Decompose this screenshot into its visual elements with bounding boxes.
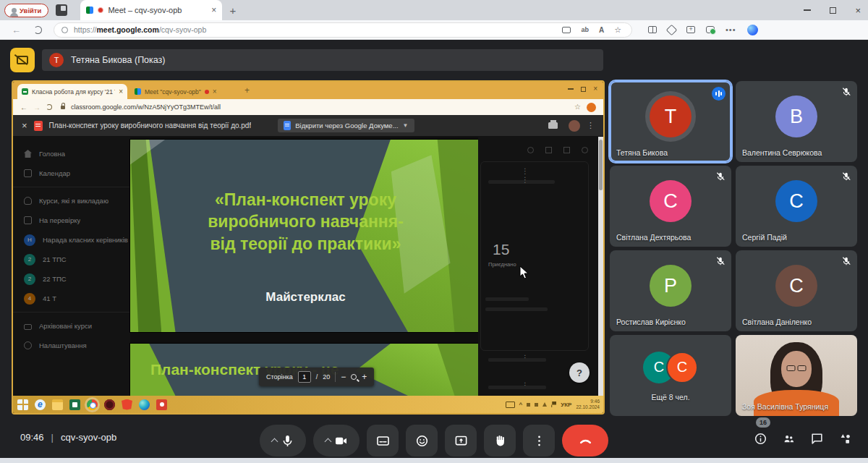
- browser-tabstrip: Увійти Meet – cqv-syov-opb × + ×: [0, 0, 868, 20]
- sidebar-item: Архівовані курси: [13, 316, 130, 336]
- close-icon[interactable]: ×: [855, 6, 861, 15]
- end-call-button[interactable]: [562, 425, 608, 456]
- dropdown-caret-icon: ▼: [403, 122, 409, 129]
- reactions-button[interactable]: [406, 425, 438, 456]
- participant-tile[interactable]: СС Ещё 8 чел.: [610, 335, 731, 416]
- avatar: С: [650, 180, 692, 222]
- participant-tile[interactable]: Р Ростислав Кирієнко: [610, 250, 731, 331]
- favorites-icon[interactable]: [666, 24, 678, 35]
- pdf-file-icon: [34, 121, 43, 131]
- participant-tile[interactable]: В Валентина Севрюкова: [736, 81, 857, 162]
- settings-more-icon[interactable]: •••: [726, 25, 736, 34]
- mic-options-chevron-icon[interactable]: [271, 438, 278, 446]
- sidebar-item-label: Архівовані курси: [39, 322, 92, 330]
- slide-title: «План-конспект уроку виробничого навчанн…: [200, 189, 412, 255]
- participant-tile[interactable]: Зоя Василівна Туряниця: [736, 335, 857, 416]
- tab-close-icon[interactable]: ×: [211, 6, 216, 14]
- browser-tab[interactable]: Meet – cqv-syov-opb ×: [80, 0, 222, 20]
- clock-icon: [527, 147, 534, 153]
- speaker-icon: [535, 403, 538, 407]
- meet-favicon-icon: [86, 7, 93, 14]
- hand-icon: [493, 434, 507, 448]
- back-icon[interactable]: ←: [12, 25, 21, 35]
- magnifier-icon: [351, 374, 357, 380]
- sidebar-item: Курси, які я викладаю: [13, 191, 130, 211]
- minimize-icon[interactable]: [804, 9, 811, 11]
- account-avatar: [569, 120, 580, 132]
- shared-tab-meet: Meet "cqv-syov-opb" ×: [130, 84, 239, 99]
- participant-tile[interactable]: С Світлана Дехтярьова: [610, 166, 731, 247]
- shared-new-tab-icon: +: [244, 85, 250, 95]
- sidebar-item: На перевірку: [13, 211, 130, 230]
- signin-button[interactable]: Увійти: [4, 4, 48, 17]
- sidebar-item-label: На перевірку: [39, 216, 80, 224]
- shared-screen-tile[interactable]: Класна робота для курсу '21 Т × Meet "cq…: [12, 80, 605, 415]
- mic-off-icon: [841, 256, 851, 266]
- faint-text-line: [488, 386, 546, 389]
- shared-tab-close-icon: ×: [119, 88, 123, 95]
- tab-actions-icon[interactable]: [56, 4, 67, 16]
- avatar: С: [775, 180, 817, 222]
- presenter-banner[interactable]: Т Тетяна Бикова (Показ): [42, 49, 603, 71]
- mic-off-icon: [715, 256, 726, 266]
- people-count-badge: 16: [756, 417, 770, 428]
- activities-icon[interactable]: [838, 432, 852, 446]
- opera-icon: [104, 399, 115, 410]
- new-tab-button[interactable]: +: [229, 4, 236, 17]
- participant-tile[interactable]: С Світлана Даніленко: [736, 250, 857, 331]
- classroom-favicon-icon: [22, 88, 28, 95]
- more-options-button[interactable]: [523, 425, 555, 456]
- read-aloud-icon[interactable]: A: [599, 26, 604, 34]
- people-icon[interactable]: [782, 432, 796, 446]
- media-icon[interactable]: [562, 27, 571, 33]
- site-info-icon[interactable]: [61, 27, 68, 33]
- sidebar-item-icon: [24, 341, 32, 349]
- camera-button[interactable]: [313, 425, 359, 456]
- captions-button[interactable]: [367, 425, 399, 456]
- scrollbar: [598, 137, 603, 396]
- shared-taskbar-icons: [17, 399, 167, 410]
- sidebar-item: Головна: [13, 144, 130, 163]
- presentation-indicator-icon[interactable]: [10, 48, 35, 72]
- joined-count: 15: [493, 241, 509, 258]
- collections-icon[interactable]: [686, 26, 695, 33]
- copilot-icon[interactable]: [747, 25, 758, 35]
- board-icon: [563, 147, 570, 153]
- explorer-icon: [52, 399, 63, 410]
- refresh-icon[interactable]: [34, 26, 42, 34]
- ie-icon: [35, 399, 46, 410]
- split-screen-icon[interactable]: [648, 26, 657, 33]
- url-field[interactable]: https://meet.google.com/cqv-syov-opb ab …: [54, 22, 632, 38]
- window-controls: ×: [804, 0, 861, 20]
- shared-window-controls: ×: [568, 85, 597, 93]
- office-icon: [69, 399, 80, 410]
- shared-addressbar: ← → classroom.google.com/w/NzA5NjYyOTg3M…: [13, 99, 603, 115]
- participant-tile[interactable]: С Сергій Падій: [736, 166, 857, 247]
- present-button[interactable]: [445, 425, 477, 456]
- translate-icon[interactable]: ab: [581, 26, 589, 33]
- meet-favicon-icon: [135, 88, 141, 95]
- avatar: В: [775, 95, 817, 137]
- recorder-icon: [156, 399, 167, 410]
- maximize-icon[interactable]: [830, 7, 836, 14]
- raise-hand-button[interactable]: [484, 425, 516, 456]
- bookmark-star-icon: ☆: [574, 103, 581, 111]
- mic-button[interactable]: [260, 425, 306, 456]
- tray-clock: 9:4622.10.2024: [576, 399, 600, 410]
- tab-title: Meet – cqv-syov-opb: [108, 6, 207, 14]
- participant-tile[interactable]: Т Тетяна Бикова: [610, 81, 731, 162]
- sidebar-item-label: 21 ТПС: [43, 255, 67, 263]
- share-icon[interactable]: [706, 26, 715, 33]
- help-button: ?: [569, 362, 590, 383]
- favorite-star-icon[interactable]: ☆: [614, 26, 621, 34]
- info-icon[interactable]: [754, 432, 767, 446]
- joined-label: Приєднано: [488, 261, 516, 268]
- sidebar-item: 2 21 ТПС: [13, 250, 130, 269]
- classroom-panel: ⋮ ⋮ 15 Приєднано ⋮ ⋮ ?: [478, 137, 598, 396]
- chat-icon[interactable]: [810, 432, 824, 446]
- zoom-out-icon: −: [341, 373, 346, 381]
- camera-options-chevron-icon[interactable]: [324, 438, 331, 446]
- system-tray: ^ УКР 9:4622.10.2024: [506, 396, 600, 413]
- presenter-avatar: Т: [49, 53, 64, 67]
- sidebar-item-icon: [24, 324, 32, 330]
